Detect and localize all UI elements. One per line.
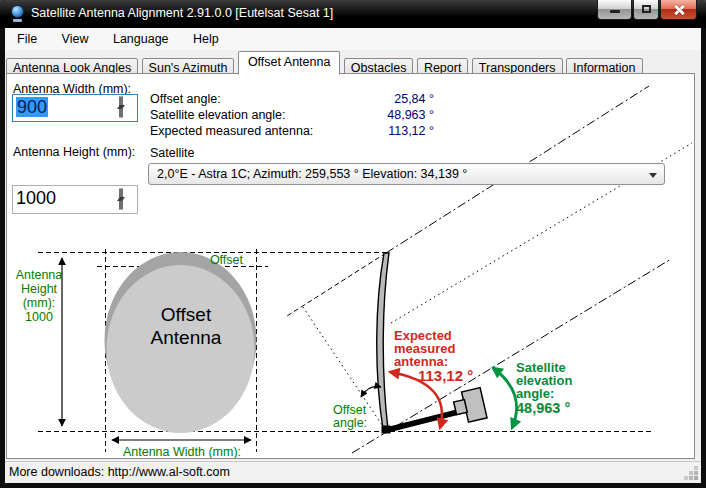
dish-face-ellipse <box>107 265 255 433</box>
dish-front-label-1: Offset <box>161 304 212 325</box>
tab-strip: Antenna Look Angles Sun's Azimuth Offset… <box>6 51 700 74</box>
menu-help[interactable]: Help <box>183 28 229 51</box>
width-dimension-label: Antenna Width (mm): <box>123 445 241 458</box>
offset-angle-label-1: Offset <box>333 403 367 417</box>
height-label-2: Height <box>21 282 58 296</box>
satellite-combobox[interactable]: 2,0°E - Astra 1C; Azimuth: 259,553 ° Ele… <box>148 163 665 185</box>
client-area: File View Language Help Antenna Look Ang… <box>5 28 701 483</box>
spin-down-icon <box>119 105 125 109</box>
dish-side-profile <box>377 253 389 429</box>
lnb <box>452 388 487 425</box>
app-icon <box>9 5 26 22</box>
antenna-width-input[interactable]: 900 <box>12 94 138 122</box>
maximize-icon <box>642 5 651 13</box>
close-button[interactable] <box>660 0 697 20</box>
antenna-height-label: Antenna Height (mm): <box>13 145 135 159</box>
resize-grip-icon[interactable] <box>694 476 698 480</box>
elevation-value: 48,963 ° <box>516 400 570 416</box>
offset-rim-label: Offset <box>210 253 244 267</box>
close-icon <box>673 4 685 16</box>
antenna-height-value: 1000 <box>16 188 56 208</box>
minimize-icon <box>610 10 620 13</box>
signal-lines <box>287 86 692 453</box>
offset-antenna-diagram: Offset Antenna Offset Antenna Height (mm… <box>7 74 694 458</box>
antenna-width-value: 900 <box>16 97 48 117</box>
elevation-angle-arc <box>493 368 517 428</box>
offset-angle-label-2: angle: <box>333 416 367 430</box>
height-value: 1000 <box>25 310 53 324</box>
expected-value: 113,12 ° <box>418 367 473 384</box>
spin-down-icon <box>119 197 125 201</box>
title-bar[interactable]: Satellite Antenna Alignment 2.91.0.0 [Eu… <box>0 0 706 28</box>
globe-icon <box>11 5 24 18</box>
minimize-button[interactable] <box>597 0 632 20</box>
elevation-label-3: angle: <box>516 386 554 401</box>
chevron-down-icon <box>649 173 657 178</box>
boom-pivot <box>382 426 391 434</box>
width-spin-down-button[interactable] <box>121 96 123 118</box>
maximize-button[interactable] <box>633 0 659 20</box>
height-label-1: Antenna <box>16 268 63 282</box>
antenna-height-input[interactable]: 1000 <box>12 185 138 214</box>
height-label-3: (mm): <box>23 296 56 310</box>
status-bar: More downloads: http://www.al-soft.com <box>5 461 701 483</box>
menu-view[interactable]: View <box>52 28 99 51</box>
menu-file[interactable]: File <box>7 28 47 51</box>
window-title: Satellite Antenna Alignment 2.91.0.0 [Eu… <box>31 0 333 28</box>
status-text: More downloads: http://www.al-soft.com <box>9 462 230 483</box>
app-window: Satellite Antenna Alignment 2.91.0.0 [Eu… <box>0 0 706 488</box>
satellite-selected-value: 2,0°E - Astra 1C; Azimuth: 259,553 ° Ele… <box>157 167 467 181</box>
dish-front-label-2: Antenna <box>151 327 222 348</box>
height-spin-down-button[interactable] <box>121 188 123 210</box>
menu-language[interactable]: Language <box>103 28 179 51</box>
tab-offset-antenna[interactable]: Offset Antenna <box>238 51 340 75</box>
menu-bar: File View Language Help <box>5 28 701 51</box>
offset-antenna-page: Offset Antenna Offset Antenna Height (mm… <box>6 73 695 459</box>
